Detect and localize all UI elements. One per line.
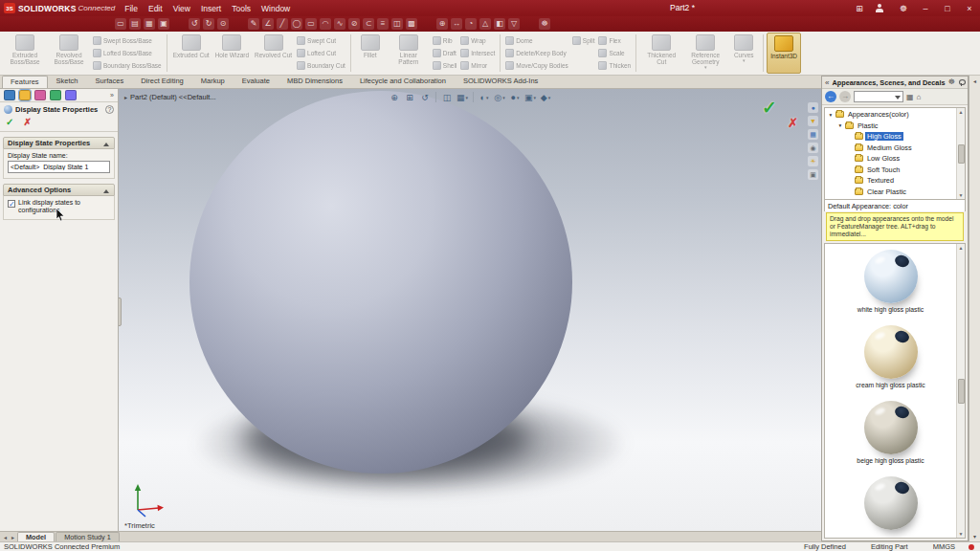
convert-entities-icon[interactable]: ⊂ <box>363 18 374 30</box>
pane-options-icon[interactable]: ☸ <box>948 78 955 86</box>
tab-scroll-right-icon[interactable]: ▸ <box>10 534 16 540</box>
tab-scroll-left-icon[interactable]: ◂ <box>2 534 9 540</box>
tab-mbd-dimensions[interactable]: MBD Dimensions <box>278 75 351 88</box>
instant3d-button[interactable]: Instant3D <box>767 33 801 74</box>
group-header-advanced-options[interactable]: Advanced Options <box>3 184 115 196</box>
display-state-name-input[interactable] <box>8 161 110 173</box>
back-icon[interactable]: ← <box>825 91 836 102</box>
cream-high-gloss-plastic-thumbnail[interactable]: cream high gloss plastic <box>827 325 954 388</box>
white-high-gloss-plastic-thumbnail[interactable]: white high gloss plastic <box>827 250 954 313</box>
maximize-button[interactable]: □ <box>941 4 954 13</box>
plastic-node[interactable]: ▾Plastic <box>826 121 955 132</box>
home-icon[interactable]: ⌂ <box>917 93 922 101</box>
rebuild-icon[interactable]: ⊙ <box>217 18 229 30</box>
tab-solidworks-add-ins[interactable]: SOLIDWORKS Add-Ins <box>455 75 546 88</box>
move-copy-bodies-button[interactable]: Move/Copy Bodies <box>505 59 568 71</box>
pin-icon[interactable] <box>958 79 965 86</box>
soft-touch-node[interactable]: Soft Touch <box>826 165 955 176</box>
scroll-down-icon[interactable]: ▼ <box>959 531 964 537</box>
tab-surfaces[interactable]: Surfaces <box>87 75 133 88</box>
fillet-button[interactable]: Fillet <box>354 33 387 74</box>
tab-evaluate[interactable]: Evaluate <box>234 75 278 88</box>
scene-pane-icon[interactable]: ▦ <box>808 129 818 140</box>
revolved-cut-button[interactable]: Revolved Cut <box>252 33 295 74</box>
swept-cut-button[interactable]: Swept Cut <box>297 34 345 46</box>
panel-splitter-handle[interactable] <box>119 298 122 326</box>
appearance-path-dropdown[interactable] <box>854 91 903 102</box>
tree-scrollbar[interactable]: ▲▼ <box>956 108 965 199</box>
swept-boss-base-button[interactable]: Swept Boss/Base <box>93 34 162 46</box>
extruded-boss-base-button[interactable]: Extruded Boss/Base <box>3 33 47 74</box>
tab-motion-study-1[interactable]: Motion Study 1 <box>56 532 120 541</box>
expand-arrow-icon[interactable]: ▾ <box>828 112 834 118</box>
featuremanager-tab-icon[interactable] <box>4 90 15 100</box>
scroll-up-icon[interactable]: ▲ <box>959 245 964 251</box>
cancel-button[interactable]: ✗ <box>23 117 31 127</box>
ok-button[interactable]: ✓ <box>6 117 13 127</box>
flex-button[interactable]: Flex <box>598 34 631 46</box>
menu-edit[interactable]: Edit <box>148 4 163 13</box>
sketch-pattern-icon[interactable]: ▩ <box>406 18 417 30</box>
zoom-icon[interactable]: ⊕ <box>436 18 448 30</box>
dome-button[interactable]: Dome <box>505 34 568 46</box>
walkthrough-pane-icon[interactable]: ▣ <box>808 169 818 180</box>
reference-geometry-button[interactable]: Reference Geometry▾ <box>683 33 727 74</box>
confirm-ok-button[interactable]: ✓ <box>762 97 777 119</box>
thumbnails-scrollbar[interactable]: ▲▼ <box>956 244 965 538</box>
tab-model[interactable]: Model <box>17 532 55 541</box>
strip-scroll-down-icon[interactable]: ▾ <box>973 533 976 540</box>
expand-arrow-icon[interactable]: ▾ <box>837 122 843 128</box>
menu-insert[interactable]: Insert <box>201 4 221 13</box>
options-icon[interactable]: ☸ <box>539 18 550 30</box>
draft-button[interactable]: Draft <box>433 47 457 58</box>
arc-icon[interactable]: ◠ <box>320 18 331 30</box>
rectangle-icon[interactable]: ▭ <box>305 18 317 30</box>
tab-markup[interactable]: Markup <box>192 75 234 88</box>
camera-pane-icon[interactable]: ◉ <box>808 143 818 153</box>
link-display-states-checkbox[interactable] <box>8 200 15 208</box>
dimxpertmanager-tab-icon[interactable] <box>50 90 61 100</box>
clear-plastic-node[interactable]: Clear Plastic <box>826 187 955 198</box>
thicken-button[interactable]: Thicken <box>598 59 631 71</box>
beige-high-gloss-plastic-thumbnail[interactable]: beige high gloss plastic <box>827 401 954 464</box>
trim-entities-icon[interactable]: ⊘ <box>348 18 360 30</box>
curves-button[interactable]: Curves▾ <box>727 33 760 74</box>
appearance-thumbnail[interactable] <box>827 476 954 530</box>
boundary-boss-base-button[interactable]: Boundary Boss/Base <box>93 59 162 71</box>
extruded-cut-button[interactable]: Extruded Cut <box>170 33 212 74</box>
shell-button[interactable]: Shell <box>433 59 457 71</box>
mass-properties-icon[interactable]: ▽ <box>508 18 520 30</box>
menu-view[interactable]: View <box>173 4 190 13</box>
decals-pane-icon[interactable]: ▼ <box>808 116 818 126</box>
user-icon[interactable] <box>875 3 888 13</box>
rotate-view-icon[interactable]: ◔ <box>465 18 477 30</box>
graphics-viewport[interactable]: ▸ Part2 (Default) <<Default... ⊕⊞↺◫▦▾◐▾◎… <box>119 89 821 531</box>
group-header-display-state-properties[interactable]: Display State Properties <box>3 137 115 149</box>
tab-features[interactable]: Features <box>2 76 48 88</box>
high-gloss-node[interactable]: High Gloss <box>826 131 955 143</box>
confirm-cancel-button[interactable]: ✗ <box>788 116 798 130</box>
hole-wizard-button[interactable]: Hole Wizard <box>212 33 252 74</box>
sphere-model[interactable] <box>189 91 572 474</box>
zoom-to-area-icon[interactable]: ⊞ <box>403 91 416 103</box>
rib-button[interactable]: Rib <box>433 34 457 46</box>
thickened-cut-button[interactable]: Thickened Cut <box>639 33 683 74</box>
section-view-icon[interactable]: ◫ <box>440 91 454 103</box>
previous-view-icon[interactable]: ↺ <box>418 91 432 103</box>
menu-tools[interactable]: Tools <box>232 4 251 13</box>
help-icon[interactable]: ? <box>105 105 114 114</box>
tab-lifecycle-and-collaboration[interactable]: Lifecycle and Collaboration <box>351 75 455 88</box>
medium-gloss-node[interactable]: Medium Gloss <box>826 143 955 154</box>
print-icon[interactable]: ▣ <box>158 18 169 30</box>
tab-direct-editing[interactable]: Direct Editing <box>132 75 192 88</box>
breadcrumb[interactable]: ▸ Part2 (Default) <<Default... <box>124 93 216 101</box>
appearances-color-node[interactable]: ▾Appearances(color) <box>826 109 955 121</box>
hide-show-items-icon[interactable]: ◎▾ <box>493 91 506 103</box>
smart-dimension-icon[interactable]: ∠ <box>262 18 274 30</box>
apply-scene-icon[interactable]: ▣▾ <box>523 91 537 103</box>
offset-entities-icon[interactable]: ≡ <box>377 18 389 30</box>
strip-collapse-icon[interactable]: ◂ <box>973 77 976 84</box>
view-list-icon[interactable]: ▦ <box>906 93 914 101</box>
new-icon[interactable]: ▭ <box>115 18 126 30</box>
propertymanager-tab-icon[interactable] <box>19 90 31 100</box>
